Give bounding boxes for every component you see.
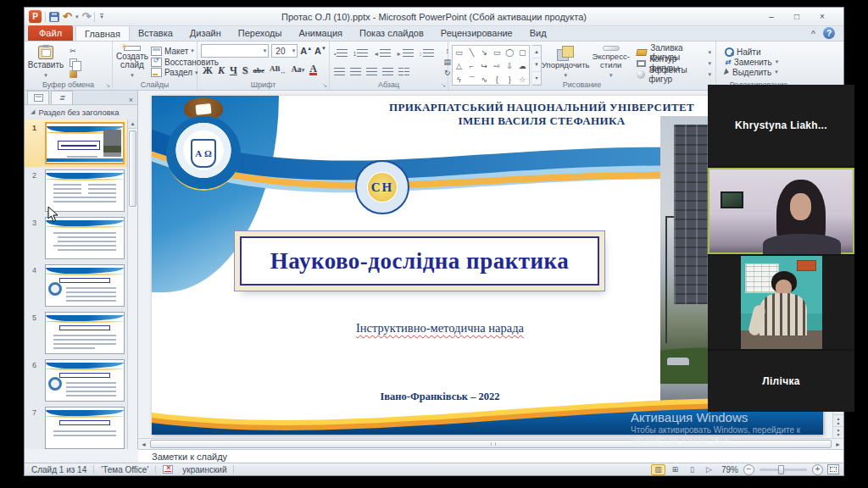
reading-view-button[interactable]: ▯ xyxy=(685,464,699,475)
shape-icon[interactable]: ╲ xyxy=(470,48,474,57)
shape-icon[interactable]: ☁ xyxy=(519,62,526,70)
dialog-launcher-icon[interactable]: ↘ xyxy=(322,82,327,88)
slideshow-view-button[interactable]: ▷ xyxy=(702,464,716,475)
slide-thumbnail-5[interactable]: 5 xyxy=(25,309,127,357)
zoom-out-button[interactable]: − xyxy=(743,464,754,475)
shape-icon[interactable]: ▭ xyxy=(493,48,501,57)
columns-button[interactable] xyxy=(398,65,410,77)
italic-button[interactable]: К xyxy=(218,65,225,75)
participant-tile-3[interactable] xyxy=(708,256,854,349)
tab-outline[interactable]: ≣ xyxy=(51,91,73,104)
tab-insert[interactable]: Вставка xyxy=(130,25,181,41)
slide-thumbnail-6[interactable]: 6 xyxy=(25,357,127,404)
save-icon[interactable] xyxy=(49,12,59,22)
increase-indent-button[interactable]: ► xyxy=(395,47,415,58)
underline-button[interactable]: Ч xyxy=(230,65,237,75)
scroll-right-icon[interactable]: ► xyxy=(832,441,843,447)
slide-thumbnail-7[interactable]: 7 xyxy=(25,404,127,449)
tab-transitions[interactable]: Переходы xyxy=(230,25,291,41)
align-right-button[interactable] xyxy=(365,65,378,77)
gallery-down-icon[interactable]: ▼ xyxy=(532,58,542,71)
scroll-left-icon[interactable]: ◄ xyxy=(138,441,149,447)
change-case-button[interactable]: Аа▾ xyxy=(292,64,305,75)
participant-tile-1[interactable]: Khrystyna Liakh... xyxy=(708,85,854,166)
tab-slideshow[interactable]: Показ слайдов xyxy=(351,25,432,41)
justify-button[interactable] xyxy=(381,65,394,77)
customize-toolbar-icon[interactable]: ▾ xyxy=(100,14,103,19)
character-spacing-button[interactable]: АВ↔ xyxy=(270,64,287,77)
numbering-button[interactable]: 1 xyxy=(352,47,369,58)
slide-subtitle[interactable]: Інструктивно-методична нарада xyxy=(287,321,593,336)
shape-effects-button[interactable]: Эффекты фигур▾ xyxy=(637,69,711,80)
gallery-up-icon[interactable]: ▲ xyxy=(532,46,542,58)
bold-button[interactable]: Ж xyxy=(203,65,213,75)
shape-icon[interactable]: ⇩ xyxy=(506,62,513,70)
shape-icon[interactable]: ↪ xyxy=(481,62,488,70)
arrange-button[interactable]: Упорядочить ▾ xyxy=(544,44,587,80)
redo-icon[interactable]: ↷ xyxy=(81,12,91,22)
collapse-ribbon-icon[interactable]: ^ xyxy=(811,29,815,37)
slide-thumbnail-3[interactable]: 3 xyxy=(25,214,127,262)
scrollbar-thumb[interactable] xyxy=(129,130,136,207)
quick-styles-button[interactable]: Экспресс-стили ▾ xyxy=(589,44,632,80)
tab-home[interactable]: Главная xyxy=(75,25,130,41)
tab-slides-thumbnails[interactable] xyxy=(27,91,49,104)
tab-view[interactable]: Вид xyxy=(521,25,555,41)
bullets-button[interactable]: • xyxy=(333,47,348,58)
new-slide-button[interactable]: Создать слайд ▾ xyxy=(116,44,148,80)
shape-icon[interactable]: ▭ xyxy=(455,48,463,57)
participant-tile-2[interactable] xyxy=(708,168,854,254)
slide-sorter-view-button[interactable]: ⊞ xyxy=(668,464,682,475)
tab-file[interactable]: Файл xyxy=(28,25,73,41)
zoom-level[interactable]: 79% xyxy=(719,465,741,474)
copy-icon[interactable] xyxy=(66,58,80,69)
section-header[interactable]: ◢ Раздел без заголовка xyxy=(25,105,137,119)
language-indicator[interactable]: украинский xyxy=(175,465,233,474)
cut-icon[interactable]: ✂ xyxy=(66,46,80,57)
dialog-launcher-icon[interactable]: ↘ xyxy=(441,82,446,88)
maximize-button[interactable]: □ xyxy=(784,10,810,24)
powerpoint-app-icon[interactable]: P xyxy=(29,10,42,23)
undo-icon[interactable]: ↶ xyxy=(63,12,72,22)
theme-name[interactable]: 'Тема Office' xyxy=(94,465,155,474)
shape-icon[interactable]: ↘ xyxy=(481,48,488,57)
align-left-button[interactable] xyxy=(333,65,346,77)
dialog-launcher-icon[interactable]: ↘ xyxy=(105,82,110,88)
font-name-combo[interactable]: ▾ xyxy=(201,44,269,58)
decrease-indent-button[interactable]: ◄ xyxy=(372,47,392,58)
spellcheck-icon[interactable] xyxy=(163,465,173,474)
find-button[interactable]: Найти xyxy=(725,47,778,57)
align-center-button[interactable] xyxy=(349,65,362,77)
shape-icon[interactable]: △ xyxy=(456,62,462,70)
shape-icon[interactable]: ▢ xyxy=(519,48,526,57)
notes-area[interactable]: Заметки к слайду xyxy=(138,449,843,463)
strikethrough-button[interactable]: abc xyxy=(253,65,265,75)
zoom-in-button[interactable]: + xyxy=(812,464,823,475)
line-spacing-button[interactable]: ↕ xyxy=(418,47,435,58)
select-button[interactable]: Выделить▾ xyxy=(725,67,778,77)
tab-animations[interactable]: Анимация xyxy=(290,25,351,41)
normal-view-button[interactable]: ▥ xyxy=(651,464,665,475)
new-slide-dropdown-icon[interactable]: ▾ xyxy=(131,71,134,80)
slide-thumbnail-4[interactable]: 4 xyxy=(25,262,127,309)
paste-dropdown-icon[interactable]: ▾ xyxy=(44,71,47,80)
horizontal-scrollbar[interactable]: ◄ ► xyxy=(138,438,843,449)
shape-icon[interactable]: ◯ xyxy=(505,48,514,57)
minimize-button[interactable]: – xyxy=(759,10,784,24)
shape-icon[interactable]: ⌐ xyxy=(470,62,474,70)
slide-thumbnail-1[interactable]: 1 xyxy=(25,119,127,167)
panel-close-icon[interactable]: × xyxy=(129,96,133,104)
slide-footer[interactable]: Івано-Франківськ – 2022 xyxy=(321,391,559,403)
text-shadow-button[interactable]: S xyxy=(242,65,248,75)
font-size-combo[interactable]: 20▾ xyxy=(271,44,298,58)
panel-scrollbar[interactable]: ▲ xyxy=(127,119,137,449)
slide-thumbnail-2[interactable]: 2 xyxy=(25,167,127,214)
tab-review[interactable]: Рецензирование xyxy=(432,25,521,41)
participant-tile-4[interactable]: Лілічка xyxy=(708,351,854,412)
scrollbar-thumb[interactable] xyxy=(150,440,832,448)
slide-title-box[interactable]: Науково-дослідна практика xyxy=(240,236,599,286)
help-icon[interactable]: ? xyxy=(823,27,835,39)
shape-icon[interactable]: ⇨ xyxy=(494,62,501,70)
grow-font-button[interactable]: А▲ xyxy=(300,46,312,56)
previous-slide-button[interactable]: ▲▲ xyxy=(833,414,843,426)
